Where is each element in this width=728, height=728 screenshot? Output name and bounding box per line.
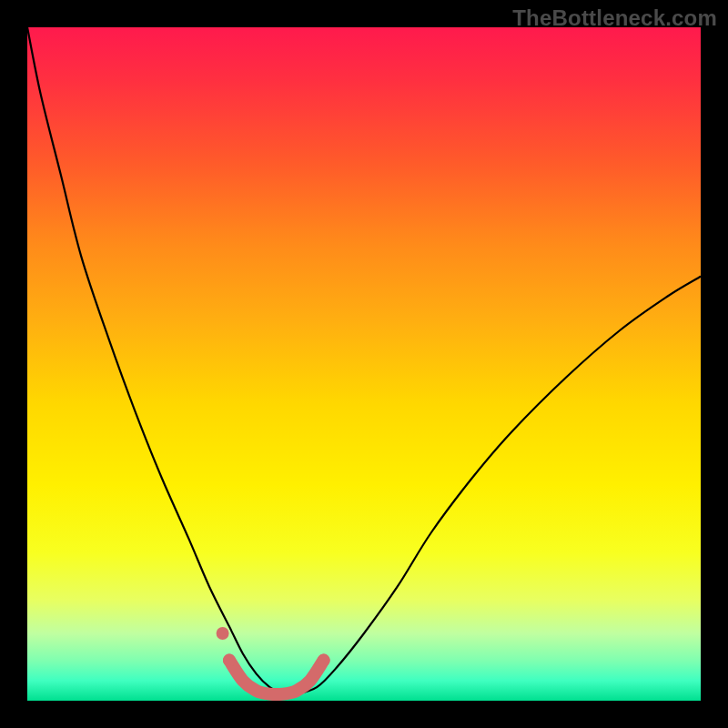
chart-frame: TheBottleneck.com [0,0,728,728]
marker-dot [223,654,236,667]
bottom-markers [217,627,330,694]
marker-path [229,661,324,694]
marker-dot [217,627,229,640]
watermark-text: TheBottleneck.com [512,5,717,31]
bottleneck-chart-svg [27,27,701,701]
marker-dot [318,654,330,667]
bottleneck-curve [27,27,701,695]
plot-area [27,27,701,701]
